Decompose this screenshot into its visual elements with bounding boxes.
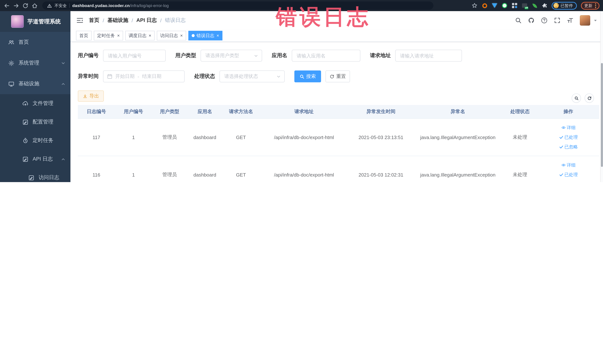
- column-header: 请求地址: [259, 108, 348, 115]
- filter-row-1: 用户编号 用户类型 请选择用户类型 应用名: [78, 50, 472, 61]
- sidebar-item-访问日志[interactable]: 访问日志: [0, 168, 70, 182]
- search-icon[interactable]: [515, 17, 522, 24]
- date-range-picker[interactable]: 开始日期 - 结束日期: [103, 70, 185, 82]
- action-详细[interactable]: 详细: [561, 124, 576, 131]
- url-text[interactable]: dashboard.yudao.iocoder.cn/infra/log/api…: [72, 3, 169, 8]
- not-secure-warning-icon: [47, 3, 52, 8]
- kebab-menu-icon[interactable]: [595, 3, 596, 8]
- leaf-extension-icon[interactable]: [532, 3, 538, 9]
- sidebar-item-首页[interactable]: 首页: [0, 32, 70, 53]
- update-button[interactable]: 更新: [581, 2, 600, 10]
- browser-back-icon[interactable]: [4, 2, 10, 9]
- sidebar-item-api-日志[interactable]: API 日志: [0, 150, 70, 168]
- search-button[interactable]: 搜索: [294, 70, 321, 82]
- browser-reload-icon[interactable]: [22, 2, 29, 9]
- process-status-label: 处理状态: [194, 73, 215, 80]
- people-icon: [8, 39, 14, 46]
- breadcrumb-item[interactable]: 基础设施: [107, 17, 128, 24]
- browser-extensions-area: off 已暂停 更新: [472, 2, 600, 10]
- github-icon[interactable]: [528, 17, 534, 24]
- avatar-caret-icon[interactable]: [593, 19, 597, 22]
- toggle-search-button[interactable]: [572, 94, 581, 103]
- chevron-down-icon: [277, 74, 281, 78]
- page-scrollbar[interactable]: [600, 11, 603, 182]
- close-icon[interactable]: ×: [117, 33, 120, 38]
- user-id-input[interactable]: [103, 50, 166, 61]
- browser-home-icon[interactable]: [32, 2, 38, 9]
- row-actions: 详细已处理已忽略: [538, 162, 599, 182]
- fullscreen-icon[interactable]: [554, 17, 561, 24]
- off-badge-extension-icon[interactable]: off: [522, 3, 528, 9]
- chevron-down-icon: [254, 54, 258, 58]
- table-row: 116 1 管理员 dashboard GET /api/infra/db-do…: [78, 156, 599, 182]
- calendar-icon: [107, 74, 112, 79]
- blue-shield-extension-icon[interactable]: [492, 3, 498, 9]
- breadcrumb-item[interactable]: 首页: [89, 17, 99, 24]
- hamburger-icon[interactable]: [76, 17, 83, 23]
- row-actions: 详细已处理已忽略: [538, 124, 599, 150]
- action-详细[interactable]: 详细: [561, 162, 576, 168]
- user-avatar[interactable]: [580, 15, 590, 26]
- close-icon[interactable]: ×: [180, 33, 183, 38]
- sidebar-item-配置管理[interactable]: 配置管理: [0, 113, 70, 131]
- refresh-table-button[interactable]: [585, 94, 594, 103]
- app-name-input[interactable]: [292, 50, 360, 61]
- request-url-input[interactable]: [395, 50, 462, 61]
- table-header-row: 日志编号用户编号用户类型应用名请求方法名请求地址异常发生时间异常名处理状态操作: [78, 105, 599, 119]
- tag-view-tab-调度日志[interactable]: 调度日志 ×: [125, 31, 155, 40]
- close-icon[interactable]: ×: [217, 33, 219, 38]
- help-icon[interactable]: [541, 17, 548, 24]
- active-dot: [192, 34, 195, 37]
- column-header: 日志编号: [78, 108, 115, 115]
- tag-view-tab-定时任务[interactable]: 定时任务 ×: [94, 31, 123, 40]
- action-已处理[interactable]: 已处理: [559, 172, 578, 178]
- font-size-icon[interactable]: [567, 17, 574, 24]
- monitor-icon: [8, 81, 14, 87]
- green-check-extension-icon[interactable]: [502, 3, 508, 9]
- tag-view-tab-首页[interactable]: 首页: [76, 31, 92, 40]
- bookmark-star-icon[interactable]: [472, 3, 477, 9]
- chevron-down-icon: [61, 61, 65, 65]
- process-status-select[interactable]: 请选择处理状态: [220, 70, 285, 82]
- user-type-placeholder: 请选择用户类型: [205, 52, 239, 59]
- scrollbar-thumb[interactable]: [601, 63, 603, 167]
- orange-ring-extension-icon[interactable]: [482, 3, 487, 9]
- sidebar-item-基础设施[interactable]: 基础设施: [0, 73, 70, 94]
- action-已忽略[interactable]: 已忽略: [559, 144, 578, 150]
- table-row: 117 1 管理员 dashboard GET /api/infra/db-do…: [78, 119, 599, 156]
- export-button-label: 导出: [89, 93, 99, 99]
- action-label: 已处理: [564, 134, 578, 140]
- sidebar-logo-row[interactable]: 芋道管理系统: [0, 11, 70, 32]
- sidebar-item-文件管理[interactable]: 文件管理: [0, 94, 70, 113]
- log-edit-icon: [22, 156, 29, 162]
- tag-view-tab-错误日志[interactable]: 错误日志 ×: [188, 31, 222, 40]
- profile-paused-pill[interactable]: 已暂停: [552, 2, 577, 10]
- address-bar[interactable]: 不安全 dashboard.yudao.iocoder.cn/infra/log…: [42, 1, 433, 10]
- column-header: 应用名: [187, 108, 222, 115]
- breadcrumb-separator: /: [160, 17, 162, 23]
- main-area: 首页/基础设施/API 日志/错误日志 首页 定时任务 × 调度日志 ×: [70, 11, 603, 182]
- reset-button[interactable]: 重置: [325, 70, 350, 82]
- browser-toolbar: 不安全 dashboard.yudao.iocoder.cn/infra/log…: [0, 0, 603, 11]
- tag-view-tab-访问日志[interactable]: 访问日志 ×: [157, 31, 186, 40]
- reset-button-label: 重置: [336, 73, 346, 80]
- close-icon[interactable]: ×: [149, 33, 151, 38]
- refresh-icon: [587, 96, 591, 100]
- extensions-puzzle-icon[interactable]: [542, 3, 548, 9]
- breadcrumb-item[interactable]: API 日志: [136, 17, 157, 24]
- sidebar-item-定时任务[interactable]: 定时任务: [0, 131, 70, 150]
- action-label: 已忽略: [564, 144, 578, 150]
- sidebar: 芋道管理系统 首页 系统管理 基础设施 文件管理 配置管理 定时任务 API 日…: [0, 11, 70, 182]
- export-button[interactable]: 导出: [78, 91, 104, 102]
- sidebar-item-系统管理[interactable]: 系统管理: [0, 53, 70, 73]
- filter-exception-time: 异常时间 开始日期 - 结束日期: [78, 70, 185, 82]
- grid-extension-icon[interactable]: [512, 3, 518, 9]
- check-icon: [559, 135, 563, 140]
- paused-label: 已暂停: [561, 3, 573, 8]
- browser-forward-icon[interactable]: [13, 2, 19, 9]
- user-type-select[interactable]: 请选择用户类型: [201, 50, 262, 61]
- action-label: 详细: [567, 162, 576, 168]
- action-已忽略[interactable]: 已忽略: [559, 181, 578, 182]
- action-已处理[interactable]: 已处理: [559, 134, 578, 140]
- security-label[interactable]: 不安全: [55, 3, 67, 8]
